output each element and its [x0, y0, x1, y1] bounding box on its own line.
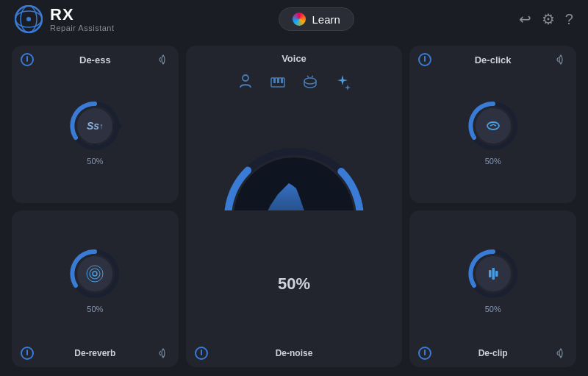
svg-rect-22: [492, 268, 495, 280]
de-click-header: De-click: [418, 53, 567, 66]
svg-point-19: [87, 266, 103, 282]
rx-logo-icon: [15, 5, 43, 33]
svg-point-10: [304, 78, 316, 84]
de-ess-knob[interactable]: Ss ↑: [68, 99, 121, 152]
de-ess-knob-container: Ss ↑ 50%: [68, 69, 121, 196]
svg-line-12: [312, 76, 313, 77]
de-noise-module: 50% De-noise: [186, 210, 403, 368]
de-ess-value: 50%: [87, 157, 103, 166]
logo-area: RX Repair Assistant: [15, 5, 114, 33]
de-reverb-knob[interactable]: [68, 247, 121, 300]
voice-piano-icon[interactable]: [266, 70, 290, 93]
svg-rect-8: [277, 78, 279, 83]
de-ess-power-button[interactable]: [21, 53, 34, 66]
de-click-module: De-click: [409, 46, 576, 203]
main-content: De-ess Ss ↑: [0, 38, 588, 376]
svg-point-18: [90, 269, 100, 279]
de-clip-knob-inner: [476, 256, 511, 291]
de-click-listen-button[interactable]: [554, 53, 567, 66]
voice-drums-icon[interactable]: [298, 70, 322, 93]
de-clip-knob-container: 50%: [467, 218, 520, 344]
de-clip-module: 50% De-clip: [409, 210, 576, 368]
de-ess-knob-inner: Ss ↑: [77, 108, 112, 143]
learn-button-icon: [293, 13, 306, 26]
de-noise-title: De-noise: [208, 348, 381, 358]
de-ess-module: De-ess Ss ↑: [12, 46, 179, 203]
de-reverb-listen-button[interactable]: [157, 347, 170, 360]
svg-point-3: [26, 17, 31, 21]
learn-button-label: Learn: [312, 13, 340, 26]
de-click-power-button[interactable]: [418, 53, 431, 66]
voice-title: Voice: [282, 53, 306, 64]
de-reverb-value: 50%: [87, 305, 103, 313]
logo-rx: RX: [50, 6, 114, 24]
de-click-knob-container: 50%: [467, 69, 520, 196]
svg-rect-21: [489, 270, 492, 277]
svg-line-11: [307, 76, 309, 77]
de-clip-listen-button[interactable]: [554, 347, 567, 360]
de-clip-title: De-clip: [431, 348, 554, 358]
de-clip-value: 50%: [485, 305, 501, 313]
de-noise-knob-container: 50%: [278, 218, 310, 344]
de-reverb-title: De-reverb: [34, 348, 157, 358]
de-clip-footer: De-clip: [418, 347, 567, 360]
voice-person-icon[interactable]: [234, 70, 257, 93]
header-icons: ↩ ⚙ ?: [519, 10, 573, 28]
svg-point-17: [93, 272, 97, 276]
logo-text: RX Repair Assistant: [50, 6, 114, 32]
de-reverb-knob-container: 50%: [68, 218, 121, 344]
voice-sparkle-icon[interactable]: [331, 70, 354, 93]
help-icon[interactable]: ?: [565, 11, 573, 28]
de-click-value: 50%: [485, 157, 501, 166]
de-reverb-knob-inner: [77, 256, 112, 291]
de-ess-header: De-ess: [21, 53, 170, 66]
de-reverb-power-button[interactable]: [21, 347, 34, 360]
undo-icon[interactable]: ↩: [519, 10, 531, 28]
de-ess-title: De-ess: [34, 54, 157, 65]
header: RX Repair Assistant Learn ↩ ⚙ ?: [0, 0, 588, 38]
svg-point-5: [243, 75, 248, 81]
de-click-knob[interactable]: [467, 99, 520, 152]
de-ess-listen-button[interactable]: [157, 53, 170, 66]
de-noise-big-value: 50%: [278, 274, 310, 294]
de-noise-power-button[interactable]: [195, 347, 208, 360]
de-clip-knob[interactable]: [467, 247, 520, 300]
gear-icon[interactable]: ⚙: [542, 10, 555, 28]
svg-rect-23: [495, 271, 498, 277]
de-reverb-footer: De-reverb: [21, 347, 170, 360]
svg-rect-9: [281, 78, 283, 83]
logo-sub: Repair Assistant: [50, 24, 114, 32]
de-click-title: De-click: [431, 54, 554, 65]
voice-icons-row: [234, 70, 354, 93]
de-click-knob-inner: [476, 108, 511, 143]
de-clip-power-button[interactable]: [418, 347, 431, 360]
learn-button[interactable]: Learn: [279, 7, 354, 31]
de-noise-footer: De-noise: [195, 347, 394, 360]
modules-grid: De-ess Ss ↑: [12, 46, 576, 367]
svg-rect-7: [273, 78, 276, 83]
de-reverb-module: 50% De-reverb: [12, 210, 179, 368]
